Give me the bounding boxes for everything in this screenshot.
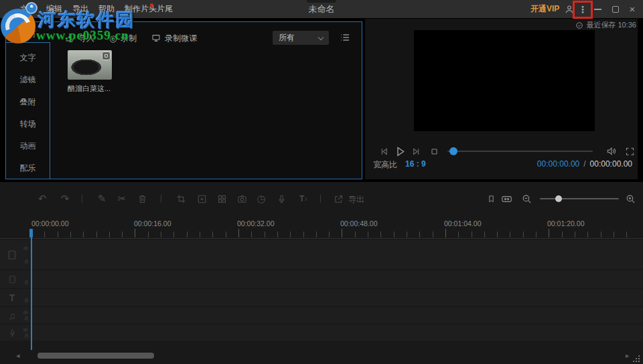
sidebar-item-transition[interactable]: 转场 — [6, 118, 50, 130]
account-icon[interactable] — [563, 0, 576, 18]
sidebar-item-text[interactable]: 文字 — [6, 52, 50, 64]
next-frame-button[interactable] — [409, 145, 423, 158]
autosave-status: 最近保存 10:36 — [575, 20, 636, 30]
mosaic-icon[interactable] — [214, 191, 229, 206]
sidebar-item-music[interactable]: 配乐 — [6, 163, 50, 174]
voice-track[interactable] — [0, 325, 643, 341]
media-toolbar: 导入 ◎ 录制 录制微课 — [65, 31, 212, 46]
export-label[interactable]: 导出 — [348, 194, 364, 205]
film-icon — [5, 270, 19, 288]
titlebar-notch — [307, 0, 336, 3]
fullscreen-icon[interactable] — [623, 145, 636, 158]
clip-thumbnail[interactable] — [68, 50, 112, 80]
toolbar-separator — [161, 195, 161, 203]
delete-trash-icon[interactable] — [135, 191, 149, 206]
menu-export[interactable]: 导出 — [72, 3, 88, 15]
media-filter-dropdown[interactable]: 所有 — [273, 31, 329, 45]
sidebar-item-overlay[interactable]: 叠附 — [6, 96, 50, 108]
voiceover-mic-icon[interactable] — [274, 191, 289, 206]
record-lesson-button[interactable]: 录制微课 — [151, 33, 197, 44]
aspect-ratio-value[interactable]: 16 : 9 — [405, 159, 426, 169]
track-lock-icon[interactable] — [22, 278, 30, 286]
fit-timeline-icon[interactable] — [499, 191, 514, 206]
text-track[interactable]: T — [0, 289, 643, 306]
track-lock-icon[interactable] — [22, 314, 30, 322]
scroll-right-arrow[interactable]: ▸ — [626, 351, 630, 360]
zoom-in-icon[interactable] — [623, 191, 638, 206]
playhead-line[interactable] — [31, 229, 32, 350]
vip-button[interactable]: 开通VIP — [530, 0, 559, 18]
text-icon: T — [5, 289, 19, 306]
sidebar-item-filter[interactable]: 滤镜 — [6, 74, 50, 86]
chevron-down-icon — [318, 35, 324, 40]
text-to-speech-icon[interactable]: T♪ — [295, 191, 312, 206]
sidebar-item-media[interactable]: 素材 — [6, 28, 50, 39]
record-lesson-label: 录制微课 — [165, 33, 197, 44]
list-view-icon[interactable] — [340, 32, 350, 43]
import-button[interactable]: 导入 — [65, 33, 94, 44]
edit-pencil-icon[interactable]: ✎ — [94, 191, 109, 206]
seek-handle[interactable] — [449, 147, 457, 155]
mic-icon — [5, 325, 19, 341]
ruler-label: 00:01:04.00 — [444, 219, 481, 227]
pip-track[interactable] — [0, 270, 643, 288]
track-lock-icon[interactable] — [22, 257, 30, 265]
record-label: 录制 — [121, 33, 137, 44]
snapshot-camera-icon[interactable] — [234, 191, 249, 206]
undo-icon[interactable]: ↶ — [35, 191, 50, 206]
menu-bar: 文件 编辑 导出 帮助 制作片头片尾 — [20, 0, 173, 18]
aspect-ratio-label[interactable]: 宽高比 — [373, 159, 397, 171]
timeline-scrollbar-thumb[interactable] — [38, 353, 154, 359]
menu-file[interactable]: 文件 — [20, 3, 36, 15]
menu-help[interactable]: 帮助 — [98, 3, 115, 15]
minimize-button[interactable] — [592, 0, 603, 18]
track-lock-icon[interactable] — [22, 331, 30, 339]
autosave-label: 最近保存 10:36 — [586, 20, 636, 30]
music-icon: ♫ — [5, 307, 19, 323]
volume-icon[interactable] — [605, 145, 618, 158]
video-track[interactable] — [0, 240, 643, 269]
duration-clock-icon[interactable]: ◷ — [254, 191, 269, 206]
seek-slider[interactable] — [447, 151, 593, 152]
menu-edit[interactable]: 编辑 — [46, 3, 62, 15]
more-menu-icon[interactable]: ⋮ — [577, 0, 589, 18]
resize-grip[interactable] — [632, 355, 640, 362]
tts-note: ♪ — [304, 195, 307, 202]
timeline-zoom-slider[interactable] — [540, 198, 619, 199]
media-library-panel: 素材 文字 滤镜 叠附 转场 动画 配乐 导入 ◎ 录制 录制微课 — [5, 21, 362, 179]
scroll-left-arrow[interactable]: ◂ — [16, 351, 20, 360]
ruler-label: 00:00:00.00 — [31, 219, 68, 227]
ruler-major-ticks[interactable] — [31, 229, 638, 238]
timeline-zoom-handle[interactable] — [555, 195, 562, 202]
track-lock-icon[interactable] — [22, 296, 30, 304]
close-button[interactable]: × — [627, 0, 638, 18]
track-mute-icon[interactable] — [22, 244, 30, 252]
music-track[interactable]: ♫ — [0, 307, 643, 323]
current-timecode: 00:00:00.00 — [537, 159, 579, 169]
record-button[interactable]: ◎ 录制 — [109, 33, 137, 44]
sidebar-divider-top — [6, 42, 50, 43]
crop-icon[interactable] — [173, 191, 188, 206]
play-button[interactable] — [392, 145, 407, 158]
menu-make-intro-outro[interactable]: 制作片头片尾 — [125, 3, 173, 15]
split-scissors-icon[interactable]: ✂ — [115, 191, 129, 206]
maximize-button[interactable] — [610, 0, 621, 18]
record-icon: ◎ — [109, 33, 117, 43]
prev-frame-button[interactable] — [377, 145, 390, 158]
tts-letter: T — [299, 194, 304, 203]
export-share-icon[interactable] — [331, 191, 346, 206]
zoom-frame-icon[interactable] — [194, 191, 209, 206]
zoom-out-icon[interactable] — [519, 191, 534, 206]
redo-icon[interactable]: ↷ — [58, 191, 72, 206]
clip-title: 醋溜白菜这... — [68, 84, 112, 94]
sidebar-item-animation[interactable]: 动画 — [6, 141, 50, 152]
media-clip-item[interactable]: 醋溜白菜这... — [68, 50, 112, 94]
video-preview-area — [414, 30, 595, 131]
ruler-label: 00:00:32.00 — [237, 219, 274, 227]
preview-info-row: 宽高比 16 : 9 00:00:00.00 / 00:00:00.00 — [365, 159, 638, 173]
new-feature-dot — [150, 3, 153, 7]
total-timecode: 00:00:00.00 — [590, 159, 632, 169]
stop-button[interactable] — [427, 145, 441, 158]
import-icon — [65, 33, 74, 43]
marker-icon[interactable] — [484, 191, 498, 206]
